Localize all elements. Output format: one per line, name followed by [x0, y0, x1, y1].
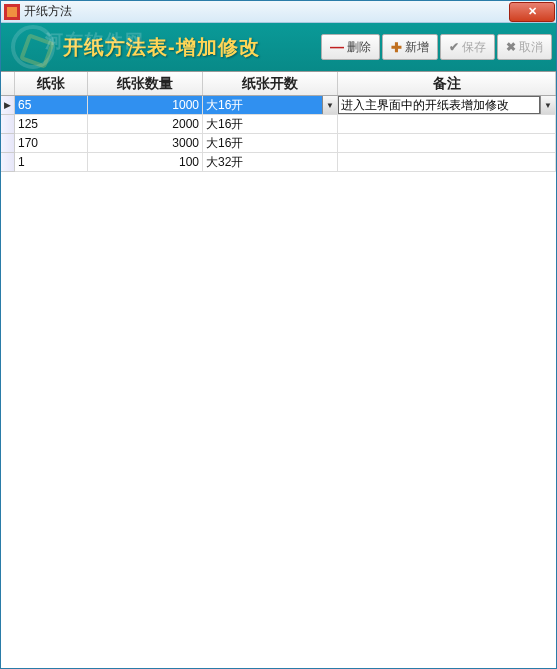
cell-paper[interactable]: 125 [15, 115, 88, 134]
cancel-button[interactable]: ✖ 取消 [497, 34, 552, 60]
cell-remark[interactable] [338, 115, 556, 134]
cell-paper[interactable]: 170 [15, 134, 88, 153]
remark-value: 进入主界面中的开纸表增加修改 [341, 97, 509, 114]
grid-header: 纸张 纸张数量 纸张开数 备注 [1, 72, 556, 96]
cell-cuts[interactable]: 大16开 [203, 134, 338, 153]
x-icon: ✖ [506, 40, 516, 54]
close-button[interactable]: ✕ [509, 2, 555, 22]
add-button[interactable]: ✚ 新增 [382, 34, 438, 60]
header-bar: 河东软件网 开纸方法表-增加修改 — 删除 ✚ 新增 ✔ 保存 ✖ 取消 [1, 23, 556, 71]
cell-qty[interactable]: 3000 [88, 134, 203, 153]
window-frame: 开纸方法 ✕ 河东软件网 开纸方法表-增加修改 — 删除 ✚ 新增 ✔ 保存 ✖… [0, 0, 557, 669]
table-row[interactable]: ▶ 65 1000 大16开 ▼ 进入主界面中的开纸表增加修改 ▼ [1, 96, 556, 115]
cuts-value: 大16开 [203, 97, 322, 114]
table-row[interactable]: 170 3000 大16开 [1, 134, 556, 153]
delete-label: 删除 [347, 39, 371, 56]
toolbar: — 删除 ✚ 新增 ✔ 保存 ✖ 取消 [321, 34, 552, 60]
cell-remark[interactable] [338, 134, 556, 153]
row-indicator: ▶ [1, 96, 15, 115]
save-button[interactable]: ✔ 保存 [440, 34, 495, 60]
row-indicator [1, 153, 15, 172]
app-icon [4, 4, 20, 20]
chevron-down-icon: ▼ [326, 101, 334, 110]
col-header-cuts[interactable]: 纸张开数 [203, 72, 338, 95]
window-title: 开纸方法 [24, 3, 509, 20]
row-indicator [1, 134, 15, 153]
grid-body: ▶ 65 1000 大16开 ▼ 进入主界面中的开纸表增加修改 ▼ [1, 96, 556, 172]
remark-input[interactable]: 进入主界面中的开纸表增加修改 [338, 96, 540, 114]
add-label: 新增 [405, 39, 429, 56]
table-row[interactable]: 125 2000 大16开 [1, 115, 556, 134]
check-icon: ✔ [449, 40, 459, 54]
cell-paper[interactable]: 65 [15, 96, 88, 115]
col-header-qty[interactable]: 纸张数量 [88, 72, 203, 95]
cell-cuts[interactable]: 大16开 [203, 115, 338, 134]
titlebar[interactable]: 开纸方法 ✕ [1, 1, 556, 23]
table-row[interactable]: 1 100 大32开 [1, 153, 556, 172]
cell-qty[interactable]: 1000 [88, 96, 203, 115]
data-grid: 纸张 纸张数量 纸张开数 备注 ▶ 65 1000 大16开 ▼ 进入主界面中的… [1, 71, 556, 668]
cell-paper[interactable]: 1 [15, 153, 88, 172]
delete-button[interactable]: — 删除 [321, 34, 380, 60]
dropdown-button[interactable]: ▼ [322, 96, 337, 114]
cell-remark[interactable] [338, 153, 556, 172]
cell-remark[interactable]: 进入主界面中的开纸表增加修改 ▼ [338, 96, 556, 115]
row-indicator [1, 115, 15, 134]
cell-cuts[interactable]: 大16开 ▼ [203, 96, 338, 115]
cell-cuts[interactable]: 大32开 [203, 153, 338, 172]
logo-icon [11, 25, 55, 69]
dropdown-button[interactable]: ▼ [540, 96, 555, 114]
page-title: 开纸方法表-增加修改 [63, 34, 321, 61]
cell-qty[interactable]: 100 [88, 153, 203, 172]
plus-icon: ✚ [391, 40, 402, 55]
close-icon: ✕ [528, 5, 537, 18]
chevron-down-icon: ▼ [544, 101, 552, 110]
minus-icon: — [330, 39, 344, 55]
cell-qty[interactable]: 2000 [88, 115, 203, 134]
row-indicator-header [1, 72, 15, 95]
cancel-label: 取消 [519, 39, 543, 56]
col-header-paper[interactable]: 纸张 [15, 72, 88, 95]
col-header-remark[interactable]: 备注 [338, 72, 556, 95]
save-label: 保存 [462, 39, 486, 56]
